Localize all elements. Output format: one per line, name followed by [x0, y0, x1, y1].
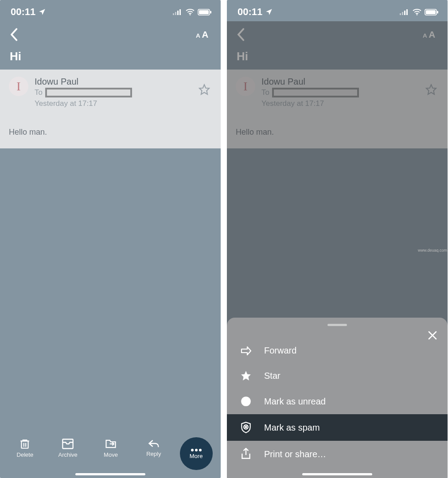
sheet-item-mark-unread[interactable]: Mark as unread	[227, 389, 448, 414]
recipient-redacted	[45, 88, 132, 97]
more-button[interactable]: More	[180, 437, 213, 470]
wifi-icon	[185, 8, 195, 16]
to-label: To	[35, 88, 43, 97]
left-phone: 00:11 AA Hi I Idowu Paul To Yesterday at…	[0, 0, 221, 478]
battery-icon	[425, 9, 439, 16]
svg-marker-32	[241, 371, 251, 381]
back-icon[interactable]	[10, 28, 18, 41]
reply-label: Reply	[146, 451, 161, 457]
forward-icon	[240, 346, 252, 356]
wifi-icon	[412, 8, 422, 16]
location-icon	[38, 8, 46, 16]
delete-button[interactable]: Delete	[8, 438, 42, 458]
reply-button[interactable]: Reply	[137, 438, 171, 457]
sender-name[interactable]: Idowu Paul	[35, 77, 192, 87]
print-share-label: Print or share…	[264, 449, 326, 459]
sender-avatar[interactable]: I	[9, 77, 28, 96]
svg-text:A: A	[202, 30, 209, 39]
sheet-grabber[interactable]	[327, 324, 347, 326]
star-button[interactable]	[199, 77, 212, 97]
close-button[interactable]	[427, 330, 438, 342]
close-icon	[427, 330, 438, 341]
svg-point-16	[191, 449, 194, 451]
home-indicator[interactable]	[75, 473, 145, 475]
message-card: I Idowu Paul To Yesterday at 17:17 Hello…	[0, 70, 221, 148]
spam-shield-icon	[240, 421, 252, 434]
svg-text:A: A	[196, 32, 200, 39]
svg-point-4	[190, 14, 191, 15]
svg-point-17	[195, 449, 198, 451]
status-time: 00:11	[238, 6, 262, 18]
svg-rect-3	[179, 9, 181, 15]
star-icon	[240, 370, 252, 381]
svg-marker-10	[199, 85, 209, 94]
sheet-item-forward[interactable]: Forward	[227, 338, 448, 363]
forward-label: Forward	[264, 346, 296, 356]
trash-icon	[19, 438, 31, 450]
star-icon	[199, 84, 210, 95]
archive-icon	[62, 438, 74, 450]
mark-unread-label: Mark as unread	[264, 396, 326, 407]
svg-rect-7	[210, 11, 211, 13]
action-sheet: Forward Star Mark as unread Mark as spam…	[227, 318, 448, 478]
home-indicator[interactable]	[302, 473, 372, 475]
delete-label: Delete	[17, 451, 34, 458]
svg-rect-21	[404, 11, 405, 15]
svg-rect-20	[402, 12, 403, 15]
signal-icon	[400, 9, 409, 15]
svg-rect-2	[177, 11, 179, 15]
unread-icon	[240, 396, 252, 407]
text-size-icon[interactable]: AA	[196, 29, 211, 40]
location-icon	[265, 8, 273, 16]
status-bar: 00:11	[227, 0, 448, 21]
message-date: Yesterday at 17:17	[35, 99, 192, 108]
status-time: 00:11	[11, 6, 35, 18]
mark-spam-label: Mark as spam	[264, 423, 320, 433]
battery-icon	[198, 9, 212, 16]
bottom-toolbar: Delete Archive Move Reply More	[0, 435, 221, 478]
svg-rect-22	[406, 9, 408, 15]
svg-point-18	[199, 449, 202, 451]
move-icon	[105, 438, 117, 450]
svg-rect-26	[437, 11, 438, 13]
svg-point-33	[241, 396, 251, 406]
move-button[interactable]: Move	[94, 438, 128, 458]
right-phone: 00:11 AA Hi I Idowu Paul To Yesterday at…	[227, 0, 448, 478]
svg-rect-0	[173, 13, 174, 15]
svg-point-23	[417, 14, 417, 15]
move-label: Move	[104, 451, 118, 458]
nav-row: AA	[0, 21, 221, 43]
svg-rect-11	[22, 441, 28, 448]
sheet-item-print-share[interactable]: Print or share…	[227, 441, 448, 467]
svg-rect-19	[400, 13, 401, 15]
svg-rect-25	[426, 10, 436, 14]
sheet-item-star[interactable]: Star	[227, 363, 448, 389]
signal-icon	[173, 9, 183, 15]
svg-rect-6	[199, 10, 209, 14]
status-bar: 00:11	[0, 0, 221, 21]
archive-button[interactable]: Archive	[51, 438, 85, 458]
more-label: More	[190, 453, 203, 459]
more-icon	[191, 448, 202, 452]
email-subject: Hi	[0, 43, 221, 70]
message-body: Hello man.	[9, 128, 212, 137]
sheet-item-mark-spam[interactable]: Mark as spam	[227, 414, 448, 441]
share-icon	[240, 448, 252, 460]
watermark: www.deuaq.com	[418, 248, 447, 254]
archive-label: Archive	[58, 451, 78, 458]
reply-icon	[148, 438, 160, 449]
star-label: Star	[264, 371, 280, 381]
svg-rect-1	[175, 12, 176, 15]
